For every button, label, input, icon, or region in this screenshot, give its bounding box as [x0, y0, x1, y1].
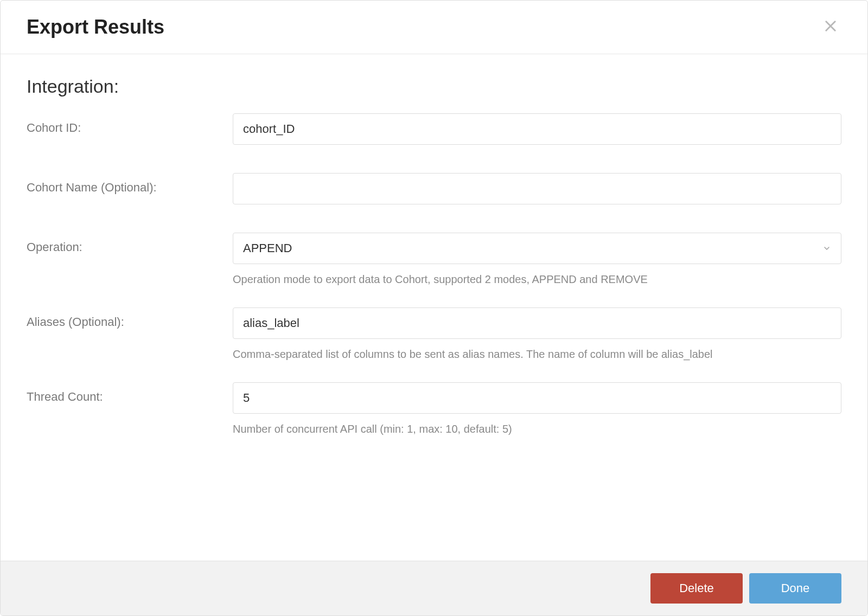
close-button[interactable] [820, 16, 841, 38]
modal-title: Export Results [27, 16, 164, 39]
modal-header: Export Results [1, 1, 867, 54]
field-row-cohort-id: Cohort ID: [27, 113, 841, 145]
label-col: Operation: [27, 233, 233, 254]
aliases-input[interactable] [233, 307, 841, 339]
operation-label: Operation: [27, 240, 82, 254]
export-results-modal: Export Results Integration: Cohort ID: [0, 0, 868, 616]
cohort-name-label: Cohort Name (Optional): [27, 181, 157, 194]
aliases-help: Comma-separated list of columns to be se… [233, 345, 841, 363]
thread-count-help: Number of concurrent API call (min: 1, m… [233, 420, 841, 438]
input-col: Number of concurrent API call (min: 1, m… [233, 382, 841, 438]
thread-count-label: Thread Count: [27, 390, 103, 403]
delete-button[interactable]: Delete [650, 573, 743, 604]
field-row-cohort-name: Cohort Name (Optional): [27, 173, 841, 204]
operation-select[interactable]: APPEND [233, 233, 841, 264]
operation-select-value: APPEND [243, 241, 292, 255]
label-col: Cohort ID: [27, 113, 233, 135]
aliases-label: Aliases (Optional): [27, 315, 124, 329]
modal-footer: Delete Done [1, 561, 867, 615]
modal-body: Integration: Cohort ID: Cohort Name (Opt… [1, 54, 867, 561]
label-col: Cohort Name (Optional): [27, 173, 233, 195]
done-button[interactable]: Done [749, 573, 841, 604]
close-icon [823, 18, 838, 36]
input-col [233, 113, 841, 145]
section-title: Integration: [27, 76, 841, 97]
input-col [233, 173, 841, 204]
input-col: APPEND Operation mode to export data to … [233, 233, 841, 288]
operation-help: Operation mode to export data to Cohort,… [233, 271, 841, 288]
chevron-down-icon [822, 244, 831, 253]
label-col: Aliases (Optional): [27, 307, 233, 329]
field-row-operation: Operation: APPEND Operation mode to expo… [27, 233, 841, 288]
cohort-id-input[interactable] [233, 113, 841, 145]
cohort-name-input[interactable] [233, 173, 841, 204]
label-col: Thread Count: [27, 382, 233, 404]
input-col: Comma-separated list of columns to be se… [233, 307, 841, 363]
field-row-thread-count: Thread Count: Number of concurrent API c… [27, 382, 841, 438]
cohort-id-label: Cohort ID: [27, 121, 81, 134]
field-row-aliases: Aliases (Optional): Comma-separated list… [27, 307, 841, 363]
thread-count-input[interactable] [233, 382, 841, 414]
